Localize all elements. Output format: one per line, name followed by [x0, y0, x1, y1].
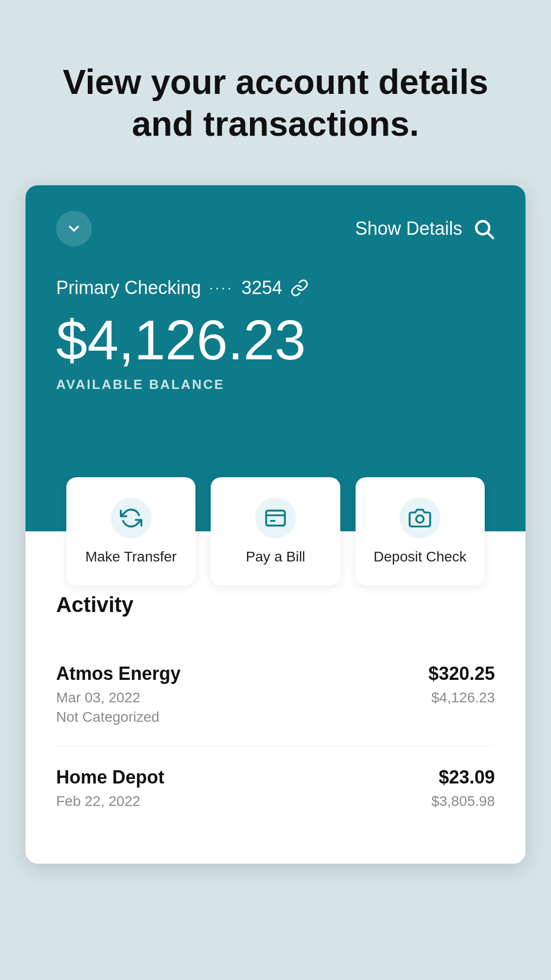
transaction-category-1: Not Categorized — [56, 709, 181, 725]
transaction-balance-1: $4,126.23 — [429, 690, 495, 706]
nav-right-group: Show Details — [355, 217, 495, 240]
search-icon — [472, 217, 495, 240]
account-name-row: Primary Checking ···· 3254 — [56, 277, 495, 299]
header-section: View your account details and transactio… — [22, 0, 529, 185]
transaction-amount-1: $320.25 — [429, 663, 495, 684]
transaction-left-2: Home Depot Feb 22, 2022 — [56, 767, 164, 813]
deposit-check-label: Deposit Check — [373, 549, 466, 565]
svg-line-1 — [488, 233, 493, 238]
pay-bill-button[interactable]: Pay a Bill — [211, 477, 340, 585]
bill-icon — [264, 507, 287, 529]
transaction-name-1: Atmos Energy — [56, 663, 181, 684]
account-name-label: Primary Checking — [56, 277, 201, 299]
main-card: Show Details Primary Checking ···· 3254 — [26, 185, 525, 864]
pay-bill-label: Pay a Bill — [246, 549, 306, 565]
transaction-name-2: Home Depot — [56, 767, 164, 788]
transaction-date-1: Mar 03, 2022 — [56, 690, 181, 706]
link-icon — [290, 279, 309, 297]
chevron-down-icon — [66, 220, 82, 237]
camera-icon — [409, 507, 431, 529]
chevron-down-button[interactable] — [56, 211, 92, 247]
svg-point-3 — [416, 516, 424, 523]
bill-icon-container — [255, 498, 296, 538]
table-row: Atmos Energy Mar 03, 2022 Not Categorize… — [56, 643, 495, 746]
transaction-balance-2: $3,805.98 — [431, 793, 495, 810]
camera-icon-container — [399, 498, 440, 538]
card-nav: Show Details — [56, 211, 495, 247]
quick-actions-row: Make Transfer Pay a Bill — [56, 477, 495, 585]
transaction-date-2: Feb 22, 2022 — [56, 793, 164, 810]
balance-amount: $4,126.23 — [56, 309, 495, 371]
transaction-right-1: $320.25 $4,126.23 — [429, 663, 495, 706]
svg-rect-2 — [266, 511, 285, 526]
table-row: Home Depot Feb 22, 2022 $23.09 $3,805.98 — [56, 746, 495, 833]
transaction-left-1: Atmos Energy Mar 03, 2022 Not Categorize… — [56, 663, 181, 725]
transaction-amount-2: $23.09 — [431, 767, 495, 788]
page-wrapper: View your account details and transactio… — [0, 0, 551, 980]
account-card-top: Show Details Primary Checking ···· 3254 — [26, 185, 525, 531]
account-number-last4: 3254 — [241, 277, 282, 299]
transfer-icon — [120, 507, 142, 529]
account-number-dots: ···· — [209, 280, 233, 296]
deposit-check-button[interactable]: Deposit Check — [356, 477, 485, 585]
transaction-right-2: $23.09 $3,805.98 — [431, 767, 495, 810]
balance-label: AVAILABLE BALANCE — [56, 377, 495, 393]
activity-title: Activity — [56, 593, 495, 617]
show-details-button[interactable]: Show Details — [355, 218, 462, 239]
page-title: View your account details and transactio… — [63, 61, 488, 144]
search-button[interactable] — [472, 217, 495, 240]
transfer-icon-container — [111, 498, 152, 538]
make-transfer-button[interactable]: Make Transfer — [66, 477, 195, 585]
make-transfer-label: Make Transfer — [85, 549, 177, 565]
